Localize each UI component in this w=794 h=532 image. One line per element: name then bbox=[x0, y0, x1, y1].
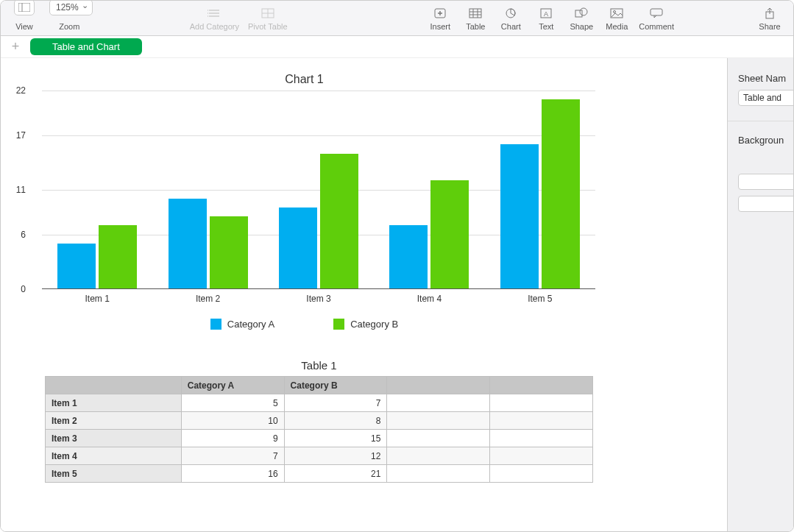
svg-rect-22 bbox=[575, 10, 582, 17]
chart-object[interactable]: Chart 1 06111722 Item 1Item 2Item 3Item … bbox=[15, 73, 712, 330]
column-header[interactable]: Category A bbox=[181, 377, 284, 394]
text-label: Text bbox=[539, 22, 553, 31]
toolbar: View 125% Zoom Add Category Pivot Table … bbox=[1, 1, 793, 36]
share-icon bbox=[765, 6, 775, 21]
plus-box-icon bbox=[433, 6, 447, 21]
table-corner-cell[interactable] bbox=[46, 377, 182, 394]
table-cell-empty[interactable] bbox=[387, 465, 490, 483]
sheet-name-input[interactable]: Table and bbox=[738, 90, 793, 106]
table-row: Item 3915 bbox=[46, 430, 593, 447]
table-title: Table 1 bbox=[45, 359, 593, 372]
zoom-select[interactable]: 125% bbox=[49, 0, 93, 15]
legend-swatch bbox=[210, 319, 221, 330]
media-button[interactable]: Media bbox=[599, 2, 634, 35]
table-row: Item 4712 bbox=[46, 447, 593, 465]
table-cell-empty[interactable] bbox=[387, 430, 490, 447]
shape-button[interactable]: Shape bbox=[564, 2, 599, 35]
sheet-tab-label: Table and Chart bbox=[52, 41, 120, 52]
table-cell[interactable]: 7 bbox=[181, 447, 284, 465]
row-header[interactable]: Item 1 bbox=[46, 394, 182, 412]
table-button[interactable]: Table bbox=[458, 2, 493, 35]
share-button[interactable]: Share bbox=[752, 2, 787, 35]
svg-text:A: A bbox=[544, 10, 548, 18]
share-label: Share bbox=[759, 22, 780, 31]
table-icon bbox=[469, 6, 482, 21]
table-cell-empty[interactable] bbox=[490, 412, 593, 430]
table-object[interactable]: Table 1 Category ACategory B Item 157Ite… bbox=[45, 359, 593, 483]
row-header[interactable]: Item 2 bbox=[46, 412, 182, 430]
text-icon: A bbox=[540, 6, 552, 21]
plot-bars bbox=[42, 91, 595, 289]
table-row: Item 157 bbox=[46, 394, 593, 412]
table-cell-empty[interactable] bbox=[490, 465, 593, 483]
column-header[interactable]: Category B bbox=[284, 377, 387, 394]
media-label: Media bbox=[606, 22, 628, 31]
table-cell-empty[interactable] bbox=[490, 447, 593, 465]
bar bbox=[389, 225, 428, 288]
main-area: Chart 1 06111722 Item 1Item 2Item 3Item … bbox=[1, 58, 793, 531]
bar bbox=[169, 199, 207, 288]
table-cell-empty[interactable] bbox=[490, 394, 593, 412]
x-axis-label: Item 3 bbox=[263, 289, 374, 304]
svg-rect-14 bbox=[469, 9, 481, 18]
y-tick-label: 6 bbox=[21, 230, 26, 240]
bar-group bbox=[374, 91, 484, 288]
y-tick-label: 11 bbox=[16, 185, 26, 195]
data-table[interactable]: Category ACategory B Item 157Item 2108It… bbox=[45, 376, 593, 483]
table-cell-empty[interactable] bbox=[387, 412, 490, 430]
svg-rect-26 bbox=[651, 9, 662, 15]
table-cell[interactable]: 21 bbox=[284, 465, 387, 483]
inspector-panel: Sheet Nam Table and Backgroun bbox=[727, 58, 793, 531]
table-cell-empty[interactable] bbox=[387, 394, 490, 412]
table-cell[interactable]: 8 bbox=[284, 412, 387, 430]
comment-label: Comment bbox=[639, 22, 674, 31]
add-sheet-button[interactable]: + bbox=[8, 39, 23, 54]
bar bbox=[430, 180, 469, 288]
column-header-empty[interactable] bbox=[387, 377, 490, 394]
svg-point-25 bbox=[614, 10, 616, 13]
sheet-tab-active[interactable]: Table and Chart bbox=[30, 38, 142, 55]
bar bbox=[57, 244, 96, 288]
view-button[interactable]: View bbox=[7, 2, 42, 35]
comment-button[interactable]: Comment bbox=[634, 2, 678, 35]
table-cell[interactable]: 10 bbox=[181, 412, 284, 430]
table-label: Table bbox=[466, 22, 485, 31]
table-cell[interactable]: 12 bbox=[284, 447, 387, 465]
zoom-control[interactable]: 125% Zoom bbox=[42, 2, 97, 35]
chart-button[interactable]: Chart bbox=[493, 2, 528, 35]
row-header[interactable]: Item 4 bbox=[46, 447, 182, 465]
inspector-field-2[interactable] bbox=[738, 196, 793, 212]
row-header[interactable]: Item 5 bbox=[46, 465, 182, 483]
pivot-icon bbox=[261, 6, 274, 21]
row-header[interactable]: Item 3 bbox=[46, 430, 182, 447]
table-row: Item 51621 bbox=[46, 465, 593, 483]
table-cell[interactable]: 16 bbox=[181, 465, 284, 483]
y-tick-label: 17 bbox=[16, 130, 26, 141]
canvas[interactable]: Chart 1 06111722 Item 1Item 2Item 3Item … bbox=[1, 58, 727, 531]
svg-rect-0 bbox=[18, 3, 30, 12]
comment-icon bbox=[650, 6, 663, 21]
zoom-value: 125% bbox=[56, 2, 79, 13]
chart-legend: Category ACategory B bbox=[15, 319, 593, 330]
x-axis-label: Item 4 bbox=[374, 289, 484, 304]
table-cell[interactable]: 7 bbox=[284, 394, 387, 412]
bar bbox=[210, 216, 248, 288]
table-cell[interactable]: 9 bbox=[181, 430, 284, 447]
y-axis: 06111722 bbox=[14, 91, 29, 289]
view-label: View bbox=[15, 22, 33, 31]
image-icon bbox=[610, 6, 623, 21]
table-cell[interactable]: 5 bbox=[181, 394, 284, 412]
inspector-field-1[interactable] bbox=[738, 174, 793, 190]
sidebar-toggle-icon bbox=[14, 0, 35, 15]
legend-item: Category B bbox=[333, 319, 398, 330]
text-button[interactable]: A Text bbox=[528, 2, 564, 35]
table-cell[interactable]: 15 bbox=[284, 430, 387, 447]
column-header-empty[interactable] bbox=[490, 377, 593, 394]
pie-icon bbox=[505, 6, 517, 21]
bar-group bbox=[485, 91, 595, 288]
table-cell-empty[interactable] bbox=[387, 447, 490, 465]
add-category-label: Add Category bbox=[190, 22, 239, 31]
x-axis-labels: Item 1Item 2Item 3Item 4Item 5 bbox=[42, 289, 595, 304]
table-cell-empty[interactable] bbox=[490, 430, 593, 447]
insert-button[interactable]: Insert bbox=[422, 2, 458, 35]
